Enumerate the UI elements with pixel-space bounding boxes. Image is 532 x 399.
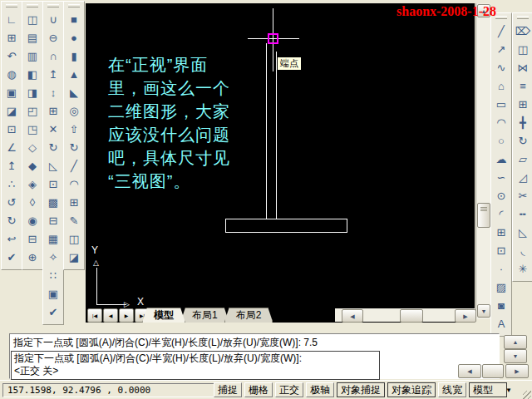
break-icon[interactable]: ╍: [514, 205, 532, 223]
union-icon[interactable]: ∪: [44, 11, 62, 28]
array-icon[interactable]: ⊞: [514, 96, 532, 113]
vertical-scroll-thumb[interactable]: [477, 203, 490, 228]
rectangle-icon[interactable]: ▭: [492, 96, 510, 113]
scale-icon[interactable]: ▱: [514, 150, 532, 168]
explode-icon[interactable]: ✳: [514, 260, 532, 278]
extrude-icon[interactable]: ⇧: [65, 121, 83, 138]
section-icon[interactable]: ◠: [65, 175, 83, 193]
intersect-icon[interactable]: ∩: [44, 47, 62, 65]
offset-icon[interactable]: ≡: [514, 77, 532, 95]
toolbar-grip[interactable]: [27, 4, 38, 7]
scroll-left-button[interactable]: ◀: [342, 309, 363, 323]
rotate-icon[interactable]: ↻: [514, 132, 532, 150]
sphere-icon[interactable]: ●: [65, 29, 83, 47]
ucs-previous-icon[interactable]: ↶: [2, 47, 21, 65]
shell-icon[interactable]: ▣: [44, 285, 62, 303]
status-toggle-对象追踪[interactable]: 对象追踪: [387, 382, 436, 397]
apply-ucs-icon[interactable]: ✔: [2, 249, 21, 266]
wedge-icon[interactable]: ◣: [65, 84, 83, 101]
circle-icon[interactable]: ○: [492, 132, 510, 150]
toolbar-grip[interactable]: [47, 4, 59, 7]
horizontal-scroll-thumb[interactable]: [400, 309, 423, 323]
ucs-icon[interactable]: ∟: [2, 11, 21, 28]
offset-faces-icon[interactable]: ⊞: [44, 102, 62, 120]
status-toggle-极轴[interactable]: 极轴: [306, 382, 334, 397]
command-scroll-down-button[interactable]: ▼: [504, 349, 527, 363]
toolbar-grip[interactable]: [6, 4, 17, 7]
copy-edges-icon[interactable]: ⊟: [44, 212, 62, 229]
origin-ucs-icon[interactable]: ∠: [2, 139, 21, 156]
resize-grip[interactable]: [523, 391, 531, 399]
fillet-icon[interactable]: ◟: [514, 242, 532, 259]
status-toggle-正交[interactable]: 正交: [275, 382, 303, 397]
chamfer-icon[interactable]: ◺: [514, 224, 532, 241]
cone-icon[interactable]: ▲: [65, 66, 83, 83]
y-rotate-ucs-icon[interactable]: ↻: [2, 212, 21, 229]
line-icon[interactable]: ╱: [492, 22, 510, 40]
status-toggle-捕捉[interactable]: 捕捉: [214, 382, 242, 397]
command-scroll-up-button[interactable]: ▲: [504, 335, 527, 349]
copy-icon[interactable]: ◫: [514, 41, 532, 58]
setup-view-icon[interactable]: ◫: [65, 230, 83, 248]
ellipse-arc-icon[interactable]: ◜: [492, 205, 510, 223]
delete-faces-icon[interactable]: ✕: [44, 121, 62, 138]
bottom-view-icon[interactable]: ▥: [23, 47, 42, 65]
status-toggle-对象捕捉[interactable]: 对象捕捉: [337, 382, 385, 397]
taper-faces-icon[interactable]: ◺: [44, 157, 62, 175]
z-axis-vector-ucs-icon[interactable]: ↥: [2, 157, 21, 175]
mirror-icon[interactable]: ⋈: [514, 59, 532, 76]
scroll-down-button[interactable]: ▼: [477, 304, 490, 318]
top-view-icon[interactable]: ▤: [23, 29, 42, 47]
face-ucs-icon[interactable]: ◪: [2, 102, 21, 120]
command-prompt-box[interactable]: 指定下一点或 [圆弧(A)/闭合(C)/半宽(H)/长度(L)/放弃(U)/宽度…: [11, 351, 380, 380]
named-ucs-dialog-icon[interactable]: ⊞: [2, 29, 21, 47]
stretch-icon[interactable]: ◿: [514, 169, 532, 186]
construction-line-icon[interactable]: ↗: [492, 41, 510, 58]
drawing-canvas[interactable]: 在“正视”界面里，画这么一个二维图形，大家应该没什么问题吧，具体尺寸见“三视图”…: [86, 3, 475, 308]
sw-isometric-view-icon[interactable]: ◇: [23, 139, 42, 156]
rotate-faces-icon[interactable]: ↻: [44, 139, 62, 156]
torus-icon[interactable]: ◎: [65, 102, 83, 120]
left-view-icon[interactable]: ◧: [23, 66, 42, 83]
status-toggle-线宽[interactable]: 线宽: [438, 382, 466, 397]
ellipse-icon[interactable]: ⊙: [492, 187, 510, 204]
status-toggle-栅格[interactable]: 栅格: [244, 382, 273, 397]
erase-icon[interactable]: ⌦: [514, 22, 532, 40]
tab-模型[interactable]: 模型: [142, 308, 185, 323]
toolbar-grip[interactable]: [495, 16, 507, 19]
box-icon[interactable]: ■: [65, 11, 83, 28]
named-views-icon[interactable]: ◫: [23, 11, 42, 28]
extrude-faces-icon[interactable]: ↥: [44, 66, 62, 83]
ucs-origin-icon[interactable]: ⊕: [23, 249, 42, 266]
point-icon[interactable]: ∙: [492, 260, 510, 278]
spline-icon[interactable]: ∽: [492, 169, 510, 186]
canvas-vertical-scrollbar[interactable]: ▲ ▼: [475, 3, 490, 319]
view-ucs-icon[interactable]: ⊡: [2, 121, 21, 138]
setup-drawing-icon[interactable]: ✎: [65, 212, 83, 229]
camera-icon[interactable]: ◉: [23, 212, 42, 229]
world-ucs-icon[interactable]: ◍: [2, 66, 21, 83]
interfere-icon[interactable]: ⊞: [65, 194, 83, 211]
three-point-ucs-icon[interactable]: ∴: [2, 175, 21, 193]
check-icon[interactable]: ✔: [44, 303, 62, 321]
text-icon[interactable]: A: [492, 315, 510, 332]
toolbar-grip[interactable]: [517, 16, 529, 19]
polyline-icon[interactable]: ∿: [492, 59, 510, 76]
region-icon[interactable]: ◙: [492, 297, 510, 314]
command-scroll-left-button[interactable]: ◀: [458, 364, 481, 378]
revcloud-icon[interactable]: ☁: [492, 150, 510, 168]
first-tab-button[interactable]: |◀: [87, 308, 102, 323]
next-tab-button[interactable]: ▶: [119, 308, 134, 323]
toolbar-grip[interactable]: [68, 4, 80, 7]
front-view-icon[interactable]: ◰: [23, 102, 42, 120]
setup-profile-icon[interactable]: ◪: [65, 249, 83, 266]
subtract-icon[interactable]: ⊖: [44, 29, 62, 47]
tab-布局2[interactable]: 布局2: [224, 308, 273, 323]
hatch-icon[interactable]: ▨: [492, 278, 510, 296]
z-rotate-ucs-icon[interactable]: ↩: [2, 230, 21, 248]
color-faces-icon[interactable]: ▩: [44, 194, 62, 211]
x-rotate-ucs-icon[interactable]: ↺: [2, 194, 21, 211]
arc-icon[interactable]: ◠: [492, 114, 510, 131]
insert-block-icon[interactable]: ⊞: [492, 224, 510, 241]
move-faces-icon[interactable]: ↕: [44, 84, 62, 101]
